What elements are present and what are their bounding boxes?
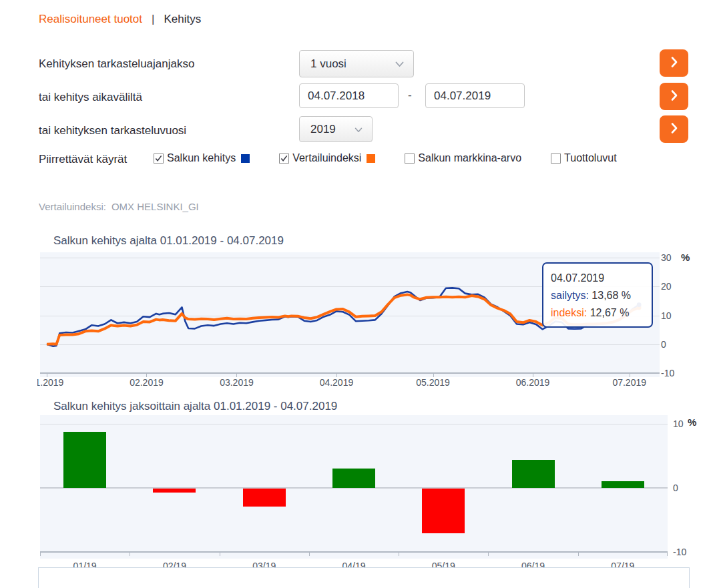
chevron-right-icon bbox=[670, 56, 678, 70]
y-axis-tick-label: 20 bbox=[661, 281, 672, 292]
gridline bbox=[40, 424, 668, 424]
x-axis-tick-label: 07.2019 bbox=[606, 377, 653, 388]
y-axis-tick-label: 10 bbox=[661, 310, 672, 321]
tab-kehitys[interactable]: Kehitys bbox=[164, 13, 201, 26]
chevron-right-icon bbox=[670, 89, 678, 103]
y-axis-tick-label: -10 bbox=[673, 547, 686, 557]
x-axis-tick bbox=[40, 553, 41, 556]
bar-02-19[interactable] bbox=[153, 489, 196, 493]
submit-range-button[interactable] bbox=[660, 83, 688, 110]
bar-chart[interactable]: 100-10 bbox=[40, 415, 668, 559]
range-end-value: 04.07.2019 bbox=[434, 89, 491, 103]
checkbox-box[interactable] bbox=[551, 154, 561, 164]
checkbox-box[interactable] bbox=[405, 154, 415, 164]
x-axis-tick-label: 05.2019 bbox=[410, 377, 457, 388]
x-axis-tick bbox=[130, 553, 130, 556]
submit-year-button[interactable] bbox=[660, 115, 688, 143]
x-axis-tick-label: 01.2019 bbox=[37, 377, 70, 388]
tab-realisoituneet-tuotot[interactable]: Realisoituneet tuotot bbox=[39, 13, 142, 26]
bottom-panel bbox=[38, 567, 690, 588]
legend-swatch bbox=[241, 154, 250, 163]
checkbox-label: Salkun kehitys bbox=[167, 152, 236, 164]
checkbox-tuottoluvut[interactable]: Tuottoluvut bbox=[551, 152, 617, 164]
range-end-input[interactable]: 04.07.2019 bbox=[425, 83, 525, 108]
bar-chart-title: Salkun kehitys jaksoittain ajalta 01.01.… bbox=[53, 400, 337, 413]
checkbox-box[interactable] bbox=[279, 154, 289, 164]
range-start-value: 04.07.2018 bbox=[308, 89, 365, 103]
range-label: tai kehitys aikaväliltä bbox=[39, 91, 142, 104]
bar-01-19[interactable] bbox=[63, 432, 106, 488]
bar-04-19[interactable] bbox=[332, 469, 375, 488]
period-select[interactable]: 1 vuosi bbox=[299, 50, 414, 77]
tooltip-series-label: indeksi: bbox=[551, 307, 590, 318]
tooltip-row-sailytys: sailytys: 13,68 % bbox=[551, 287, 644, 304]
tab-bar: Realisoituneet tuotot | Kehitys bbox=[39, 13, 201, 26]
curves-checkbox-group: Salkun kehitysVertailuindeksiSalkun mark… bbox=[154, 152, 617, 164]
period-select-value: 1 vuosi bbox=[310, 57, 346, 71]
tooltip-date: 04.07.2019 bbox=[551, 270, 644, 287]
line-chart-title: Salkun kehitys ajalta 01.01.2019 - 04.07… bbox=[53, 234, 284, 248]
x-axis-tick bbox=[578, 553, 579, 556]
checkbox-label: Tuottoluvut bbox=[564, 152, 617, 164]
range-dash: - bbox=[408, 89, 412, 102]
year-select[interactable]: 2019 bbox=[299, 116, 373, 142]
benchmark-label: Vertailuindeksi: bbox=[39, 201, 106, 212]
period-label: Kehityksen tarkasteluajanjakso bbox=[39, 57, 194, 71]
x-axis-tick-label: 02.2019 bbox=[123, 377, 170, 388]
chart-tooltip: 04.07.2019 sailytys: 13,68 % indeksi: 12… bbox=[542, 262, 653, 328]
x-axis-tick bbox=[309, 553, 310, 556]
line-chart-x-axis: 01.201902.201903.201904.201905.201906.20… bbox=[37, 377, 668, 389]
gridline bbox=[40, 551, 668, 553]
year-label: tai kehityksen tarkasteluvuosi bbox=[39, 124, 186, 137]
legend-swatch bbox=[367, 154, 375, 163]
checkbox-label: Vertailuindeksi bbox=[292, 152, 361, 164]
chevron-down-icon bbox=[355, 123, 363, 136]
benchmark-value: OMX HELSINKI_GI bbox=[111, 201, 199, 212]
tooltip-series-value: 13,68 % bbox=[592, 290, 631, 301]
x-axis-tick-label: 03.2019 bbox=[213, 377, 260, 388]
chevron-down-icon bbox=[395, 57, 404, 71]
benchmark-row: Vertailuindeksi:OMX HELSINKI_GI bbox=[39, 201, 199, 212]
y-axis-tick-label: 0 bbox=[661, 339, 666, 350]
checkbox-box[interactable] bbox=[154, 154, 164, 164]
bar-07-19[interactable] bbox=[602, 481, 644, 488]
y-axis-tick-label: 10 bbox=[673, 418, 684, 429]
y-axis-tick-label: 30 bbox=[661, 252, 672, 263]
bar-06-19[interactable] bbox=[512, 460, 555, 488]
curves-label: Piirrettävät käyrät bbox=[39, 153, 127, 166]
x-axis-tick bbox=[488, 553, 489, 556]
x-axis-tick bbox=[399, 553, 399, 556]
submit-period-button[interactable] bbox=[660, 49, 688, 77]
x-axis-tick bbox=[220, 553, 220, 556]
bar-03-19[interactable] bbox=[243, 489, 286, 507]
year-select-value: 2019 bbox=[310, 123, 336, 136]
checkbox-vertailuindeksi[interactable]: Vertailuindeksi bbox=[279, 152, 375, 164]
line-chart-unit: % bbox=[681, 252, 690, 263]
checkbox-label: Salkun markkina-arvo bbox=[418, 152, 521, 164]
tooltip-row-indeksi: indeksi: 12,67 % bbox=[551, 304, 644, 322]
tooltip-series-value: 12,67 % bbox=[590, 307, 630, 318]
checkbox-salkun-kehitys[interactable]: Salkun kehitys bbox=[154, 152, 250, 164]
bar-chart-unit: % bbox=[688, 416, 696, 428]
tab-separator: | bbox=[152, 13, 154, 26]
x-axis-tick-label: 04.2019 bbox=[313, 377, 360, 388]
y-axis-tick-label: 0 bbox=[673, 483, 678, 493]
chevron-right-icon bbox=[670, 122, 678, 136]
bar-05-19[interactable] bbox=[422, 489, 465, 533]
range-start-input[interactable]: 04.07.2018 bbox=[299, 83, 399, 108]
checkbox-salkun-markkina-arvo[interactable]: Salkun markkina-arvo bbox=[405, 152, 521, 164]
portfolio-development-page: Realisoituneet tuotot | Kehitys Kehityks… bbox=[0, 0, 707, 588]
x-axis-tick-label: 06.2019 bbox=[509, 377, 556, 388]
tooltip-series-label: sailytys: bbox=[551, 290, 592, 301]
x-axis-tick bbox=[667, 553, 668, 556]
